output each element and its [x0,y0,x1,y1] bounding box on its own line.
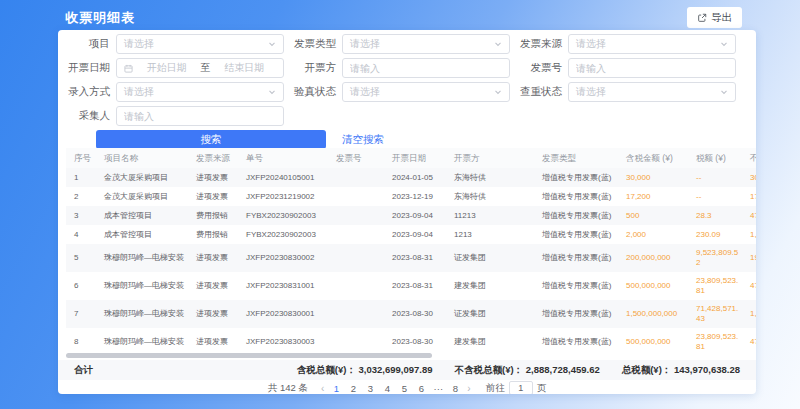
clear-search-link[interactable]: 清空搜索 [342,133,384,147]
cell-source: 费用报销 [188,225,238,244]
chevron-down-icon [268,88,276,96]
table-row: 6珠穆朗玛峰—电梯安装进项发票JXFP202308310012023-08-31… [66,272,756,300]
filter-label-dup-check-status: 查重状态 [510,85,562,99]
summary-total-label: 合计 [74,364,93,377]
cell-order_no: JXFP20230830002 [238,244,328,272]
cell-amount_incl_tax: 17,200 [618,187,688,206]
filter-field-issuer: 开票方 [284,58,510,78]
content-card: 项目请选择发票类型请选择发票来源请选择开票日期开始日期至结束日期开票方发票号录入… [58,30,756,394]
filter-field-collector: 采集人 [58,106,284,126]
filter-label-entry-method: 录入方式 [58,85,110,99]
filter-invoice-no-input[interactable] [568,58,736,78]
filter-label-issuer: 开票方 [284,61,336,75]
filter-entry-method-select[interactable]: 请选择 [116,82,284,102]
filter-issuer-input[interactable] [342,58,510,78]
cell-invoice_type: 增值税专用发票(蓝) [534,300,618,328]
export-icon [697,13,707,23]
cell-no: 4 [66,225,96,244]
cell-invoice_type: 增值税专用发票(蓝) [534,328,618,356]
cell-amount_excl_tax: 47 [742,272,756,300]
invoice-table: 序号项目名称发票来源单号发票号开票日期开票方发票类型含税金额 (¥)税额 (¥)… [66,148,756,356]
pagination-prev-button[interactable]: ‹ [321,383,324,394]
filter-project-select[interactable]: 请选择 [116,34,284,54]
cell-amount_incl_tax: 200,000,000 [618,244,688,272]
filter-field-project: 项目请选择 [58,34,284,54]
pagination-page-5[interactable]: 5 [399,383,409,394]
export-button[interactable]: 导出 [687,7,742,28]
cell-amount_excl_tax: 1,7 [742,225,756,244]
chevron-down-icon [268,40,276,48]
filter-field-invoice-no: 发票号 [510,58,736,78]
column-header-project: 项目名称 [96,148,188,168]
pagination-total: 共 142 条 [268,382,308,395]
summary-items: 含税总额(¥)： 3,032,699,097.89不含税总额(¥)： 2,888… [297,364,740,377]
table-row: 2金茂大厦采购项目进项发票JXFP202312190022023-12-19东海… [66,187,756,206]
filter-dup-check-status-select[interactable]: 请选择 [568,82,736,102]
table-row: 4成本管控项目费用报销FYBX202309020032023-09-041213… [66,225,756,244]
page-goto-input[interactable] [509,381,533,394]
cell-amount_excl_tax: 17 [742,187,756,206]
cell-source: 进项发票 [188,300,238,328]
filter-invoice-source-select[interactable]: 请选择 [568,34,736,54]
cell-invoice_no [328,206,384,225]
cell-invoice_type: 增值税专用发票(蓝) [534,225,618,244]
chevron-down-icon [494,40,502,48]
cell-no: 2 [66,187,96,206]
date-end-placeholder: 结束日期 [213,61,277,75]
cell-invoice_type: 增值税专用发票(蓝) [534,244,618,272]
cell-issue_date: 2023-09-04 [384,225,446,244]
cell-invoice_type: 增值税专用发票(蓝) [534,187,618,206]
cell-tax: -- [688,187,742,206]
cell-invoice_type: 增值税专用发票(蓝) [534,206,618,225]
date-start-placeholder: 开始日期 [135,61,199,75]
cell-tax: 9,523,809.52 [688,244,742,272]
filter-verify-status-select[interactable]: 请选择 [342,82,510,102]
cell-no: 6 [66,272,96,300]
pagination-page-3[interactable]: 3 [365,383,375,394]
cell-issue_date: 2023-12-19 [384,187,446,206]
filter-field-invoice-source: 发票来源请选择 [510,34,736,54]
search-button[interactable]: 搜索 [96,130,326,149]
cell-no: 7 [66,300,96,328]
filter-collector-input[interactable] [116,106,284,126]
cell-project: 成本管控项目 [96,206,188,225]
filter-issue-date-daterange[interactable]: 开始日期至结束日期 [116,58,284,78]
cell-amount_incl_tax: 1,500,000,000 [618,300,688,328]
column-header-source: 发票来源 [188,148,238,168]
cell-amount_incl_tax: 30,000 [618,168,688,187]
filter-label-project: 项目 [58,37,110,51]
cell-no: 1 [66,168,96,187]
pagination-next-button[interactable]: › [467,383,470,394]
cell-tax: 23,809,523.81 [688,272,742,300]
table-row: 1金茂大厦采购项目进项发票JXFP202401050012024-01-05东海… [66,168,756,187]
pagination-page-1[interactable]: 1 [331,383,341,394]
filter-field-invoice-type: 发票类型请选择 [284,34,510,54]
filter-invoice-type-select[interactable]: 请选择 [342,34,510,54]
cell-amount_excl_tax: 19 [742,244,756,272]
column-header-issuer: 开票方 [446,148,534,168]
cell-issue_date: 2023-08-30 [384,300,446,328]
cell-issue_date: 2023-08-31 [384,244,446,272]
filter-label-verify-status: 验真状态 [284,85,336,99]
filter-label-collector: 采集人 [58,109,110,123]
pagination-page-2[interactable]: 2 [348,383,358,394]
pagination-page-8[interactable]: 8 [450,383,460,394]
column-header-invoice_type: 发票类型 [534,148,618,168]
cell-project: 金茂大厦采购项目 [96,187,188,206]
cell-tax: 71,428,571.43 [688,300,742,328]
export-label: 导出 [711,11,732,25]
horizontal-scrollbar-thumb[interactable] [66,353,432,358]
cell-issuer: 证发集团 [446,244,534,272]
cell-issuer: 东海特供 [446,168,534,187]
cell-invoice_no [328,225,384,244]
cell-issuer: 建发集团 [446,272,534,300]
cell-order_no: JXFP20240105001 [238,168,328,187]
column-header-tax: 税额 (¥) [688,148,742,168]
pagination-page-4[interactable]: 4 [382,383,392,394]
pagination-page-6[interactable]: 6 [416,383,426,394]
filter-form: 项目请选择发票类型请选择发票来源请选择开票日期开始日期至结束日期开票方发票号录入… [58,34,756,130]
cell-tax: -- [688,168,742,187]
table-row: 3成本管控项目费用报销FYBX202309020032023-09-041121… [66,206,756,225]
cell-order_no: FYBX20230902003 [238,225,328,244]
horizontal-scrollbar-track[interactable] [66,353,748,358]
